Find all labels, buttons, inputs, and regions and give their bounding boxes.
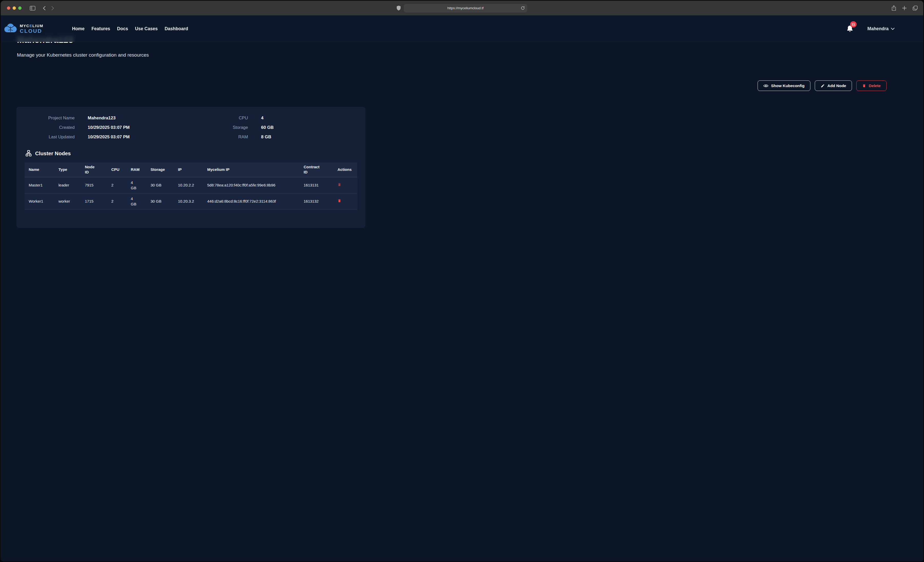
nav-link-use-cases[interactable]: Use Cases — [135, 26, 158, 31]
cluster-nodes-heading: Cluster Nodes — [25, 150, 366, 157]
network-icon — [25, 150, 32, 157]
cell-mycelium-ip: 5d8:78ea:a120:f40c:ff0f:a5fe:99e6:8b96 — [203, 177, 300, 193]
nav-link-features[interactable]: Features — [92, 26, 110, 31]
node-row-master1: Master1 leader 7915 2 4 GB 30 GB 10.20.2… — [25, 177, 357, 193]
cell-name: Master1 — [25, 177, 54, 193]
field-value: 10/29/2025 03:07 PM — [88, 135, 188, 140]
close-window-button[interactable] — [7, 6, 10, 10]
cluster-overview-grid: Project Name Mahendra123 CPU 4 Created 1… — [16, 107, 366, 140]
sidebar-toggle-icon[interactable] — [30, 6, 35, 10]
shield-icon[interactable] — [397, 6, 400, 10]
col-contract-id: Contract ID — [300, 162, 333, 177]
cell-cpu: 2 — [107, 193, 127, 209]
cell-contract-id: 1613131 — [300, 177, 333, 193]
cell-node-id: 7915 — [81, 177, 107, 193]
field-label: CPU — [188, 115, 261, 121]
cell-ram: 4 GB — [127, 177, 146, 193]
col-name: Name — [25, 162, 54, 177]
cell-type: worker — [54, 193, 81, 209]
cell-ip: 10.20.3.2 — [174, 193, 203, 209]
cluster-overview-panel: Project Name Mahendra123 CPU 4 Created 1… — [16, 107, 366, 228]
brand-line2: CLOUD — [20, 28, 44, 34]
cell-type: leader — [54, 177, 81, 193]
field-value: 10/29/2025 03:07 PM — [88, 125, 188, 130]
mycelium-cloud-logo-icon — [4, 23, 17, 34]
field-value: 8 GB — [261, 135, 366, 140]
cluster-actions: Show Kubeconfig Add Node Delete — [1, 81, 402, 91]
table-header-row: Name Type Node ID CPU RAM Storage IP Myc… — [25, 162, 357, 177]
field-label: Created — [16, 125, 88, 130]
brand-line1: MYCELIUM — [20, 24, 44, 28]
page-subtitle: Manage your Kubernetes cluster configura… — [17, 52, 402, 58]
back-icon[interactable] — [43, 6, 46, 10]
cluster-nodes-table: Name Type Node ID CPU RAM Storage IP Myc… — [25, 162, 357, 209]
field-label: Project Name — [16, 115, 88, 121]
nav-links: Home Features Docs Use Cases Dashboard — [72, 26, 188, 31]
page-background: Mahendra123 MYCELIUM CLOUD Home Features… — [1, 15, 402, 245]
cell-storage: 30 GB — [146, 177, 174, 193]
nav-link-docs[interactable]: Docs — [117, 26, 128, 31]
col-mycelium-ip: Mycelium IP — [203, 162, 300, 177]
field-label: Last Updated — [16, 135, 88, 140]
cell-cpu: 2 — [107, 177, 127, 193]
cell-actions — [333, 193, 357, 209]
col-ram: RAM — [127, 162, 146, 177]
col-ip: IP — [174, 162, 203, 177]
cell-actions — [333, 177, 357, 193]
field-label: Storage — [188, 125, 261, 130]
minimize-window-button[interactable] — [13, 6, 16, 10]
cell-node-id: 1715 — [81, 193, 107, 209]
field-value: Mahendra123 — [88, 115, 188, 121]
forward-icon — [51, 6, 54, 10]
maximize-window-button[interactable] — [18, 6, 21, 10]
cell-storage: 30 GB — [146, 193, 174, 209]
cell-name: Worker1 — [25, 193, 54, 209]
cell-ram: 4 GB — [127, 193, 146, 209]
nav-link-dashboard[interactable]: Dashboard — [165, 26, 188, 31]
node-row-worker1: Worker1 worker 1715 2 4 GB 30 GB 10.20.3… — [25, 193, 357, 209]
col-cpu: CPU — [107, 162, 127, 177]
trash-icon — [338, 199, 341, 203]
cell-ip: 10.20.2.2 — [174, 177, 203, 193]
col-actions: Actions — [333, 162, 357, 177]
delete-node-button[interactable] — [338, 182, 341, 187]
nav-link-home[interactable]: Home — [72, 26, 85, 31]
col-type: Type — [54, 162, 81, 177]
field-value: 4 — [261, 115, 366, 121]
col-storage: Storage — [146, 162, 174, 177]
field-value: 60 GB — [261, 125, 366, 130]
trash-icon — [338, 182, 341, 187]
field-label: RAM — [188, 135, 261, 140]
browser-window: https://myceliumcloud.tf — [1, 1, 402, 245]
site-navbar: MYCELIUM CLOUD Home Features Docs Use Ca… — [1, 15, 402, 42]
cell-contract-id: 1613132 — [300, 193, 333, 209]
brand-logo[interactable]: MYCELIUM CLOUD — [4, 23, 44, 34]
col-node-id: Node ID — [81, 162, 107, 177]
traffic-lights — [7, 6, 21, 10]
delete-node-button[interactable] — [338, 199, 341, 203]
cell-mycelium-ip: 446:d2a6:8bcd:8c16:ff0f:72e2:3114:863f — [203, 193, 300, 209]
browser-toolbar: https://myceliumcloud.tf — [1, 1, 402, 15]
